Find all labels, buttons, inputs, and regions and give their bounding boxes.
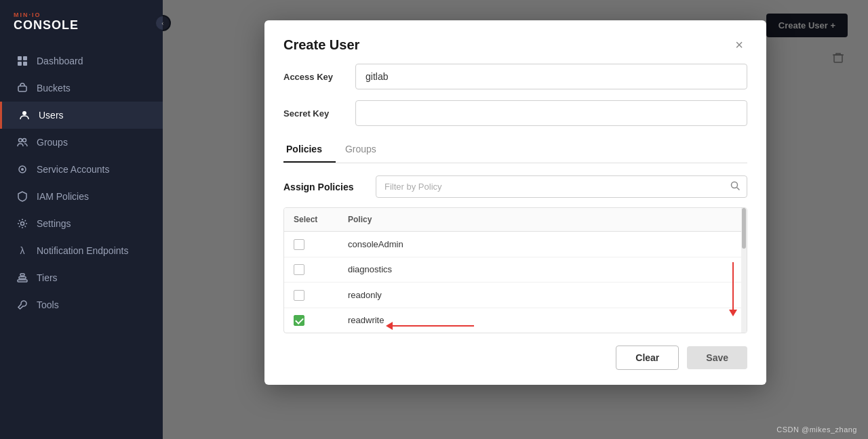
sidebar-item-label: Tools — [37, 299, 59, 310]
tab-groups[interactable]: Groups — [342, 137, 390, 163]
svg-rect-0 — [18, 56, 22, 60]
main-content-area: Options Create User + Create User × Acce… — [163, 0, 868, 439]
sidebar-item-label: Service Accounts — [37, 164, 109, 175]
assign-policies-label: Assign Policies — [283, 182, 365, 192]
sidebar-item-label: IAM Policies — [37, 191, 89, 202]
svg-rect-2 — [18, 62, 22, 66]
access-key-row: Access Key — [283, 64, 747, 89]
tab-policies[interactable]: Policies — [283, 137, 336, 163]
policy-checkbox[interactable] — [294, 290, 304, 301]
policy-scroll-area[interactable]: Select Policy consoleAdmin — [284, 208, 747, 333]
policy-name: readonly — [338, 283, 747, 308]
svg-point-7 — [23, 138, 26, 142]
sidebar-item-label: Groups — [37, 137, 68, 148]
svg-point-15 — [732, 182, 738, 188]
svg-point-6 — [19, 138, 22, 142]
filter-policy-input[interactable] — [376, 175, 747, 198]
sidebar-item-tiers[interactable]: Tiers — [0, 264, 163, 291]
settings-icon — [16, 217, 28, 230]
secret-key-row: Secret Key — [283, 100, 747, 126]
modal-close-button[interactable]: × — [731, 37, 747, 53]
assign-policies-row: Assign Policies — [283, 175, 747, 198]
svg-rect-1 — [23, 56, 27, 60]
sidebar-item-settings[interactable]: Settings — [0, 210, 163, 237]
secret-key-input[interactable] — [355, 100, 747, 126]
sidebar-item-users[interactable]: Users — [0, 102, 163, 129]
access-key-label: Access Key — [283, 72, 344, 82]
modal-overlay: Create User × Access Key Secret Key Poli… — [163, 0, 868, 439]
nav-items: Dashboard Buckets Users Groups Service A… — [0, 42, 163, 324]
modal-tabs: Policies Groups — [283, 137, 747, 163]
policy-checkbox[interactable] — [294, 264, 304, 275]
sidebar-item-dashboard[interactable]: Dashboard — [0, 47, 163, 75]
scrollbar-track — [741, 208, 747, 333]
create-user-modal: Create User × Access Key Secret Key Poli… — [264, 20, 766, 385]
policy-checkbox[interactable] — [294, 239, 304, 250]
secret-key-label: Secret Key — [283, 108, 344, 119]
clear-button[interactable]: Clear — [616, 346, 679, 370]
policy-table: Select Policy consoleAdmin — [284, 208, 747, 333]
buckets-icon — [16, 82, 28, 94]
access-key-input[interactable] — [355, 64, 747, 89]
policy-name: diagnostics — [338, 257, 747, 283]
logo-console: CONSOLE — [14, 19, 79, 33]
table-row[interactable]: readonly — [284, 283, 747, 308]
policy-name: consoleAdmin — [338, 232, 747, 257]
svg-rect-11 — [18, 280, 27, 282]
service-accounts-icon — [16, 163, 28, 175]
dashboard-icon — [16, 55, 28, 67]
table-row[interactable]: readwrite — [284, 308, 747, 333]
sidebar-item-label: Dashboard — [37, 56, 83, 66]
notification-icon: λ — [16, 245, 28, 257]
policy-table-body: consoleAdmin diagnostics readonly readwr… — [284, 232, 747, 333]
sidebar-logo: MIN·IO CONSOLE — [0, 0, 163, 42]
sidebar-item-groups[interactable]: Groups — [0, 129, 163, 156]
col-policy: Policy — [338, 208, 747, 232]
logo-text: MIN·IO CONSOLE — [14, 12, 79, 33]
sidebar-item-service-accounts[interactable]: Service Accounts — [0, 156, 163, 183]
modal-footer: Clear Save — [264, 333, 766, 385]
modal-title: Create User — [283, 37, 359, 53]
filter-input-wrap — [376, 175, 747, 198]
svg-point-10 — [21, 222, 24, 225]
svg-rect-13 — [20, 274, 24, 276]
policy-table-header: Select Policy — [284, 208, 747, 232]
table-row[interactable]: consoleAdmin — [284, 232, 747, 257]
svg-rect-12 — [19, 276, 26, 278]
sidebar: MIN·IO CONSOLE ‹ Dashboard Buckets Users — [0, 0, 163, 439]
sidebar-item-label: Buckets — [37, 83, 71, 93]
svg-rect-4 — [18, 86, 26, 91]
svg-point-5 — [22, 111, 26, 115]
groups-icon — [16, 136, 28, 148]
svg-rect-3 — [23, 62, 27, 66]
tiers-icon — [16, 272, 28, 284]
users-icon — [18, 109, 31, 121]
scrollbar-thumb — [742, 208, 746, 249]
policy-table-wrap: Select Policy consoleAdmin — [283, 207, 747, 333]
modal-body: Access Key Secret Key Policies Groups As… — [264, 64, 766, 333]
sidebar-item-label: Settings — [37, 218, 71, 229]
svg-point-9 — [21, 168, 24, 171]
watermark: CSDN @mikes_zhang — [776, 425, 857, 434]
sidebar-item-label: Users — [39, 110, 64, 121]
sidebar-item-label: Tiers — [37, 272, 58, 283]
modal-header: Create User × — [264, 20, 766, 64]
policy-name: readwrite — [338, 308, 747, 333]
iam-icon — [16, 190, 28, 203]
save-button[interactable]: Save — [687, 346, 747, 369]
sidebar-item-tools[interactable]: Tools — [0, 291, 163, 318]
sidebar-item-buckets[interactable]: Buckets — [0, 75, 163, 102]
policy-checkbox[interactable] — [294, 315, 304, 326]
sidebar-item-label: Notification Endpoints — [37, 245, 128, 256]
sidebar-item-notification-endpoints[interactable]: λ Notification Endpoints — [0, 237, 163, 264]
search-icon-button[interactable] — [730, 180, 741, 193]
tools-icon — [16, 299, 28, 311]
table-row[interactable]: diagnostics — [284, 257, 747, 283]
sidebar-item-iam-policies[interactable]: IAM Policies — [0, 183, 163, 210]
col-select: Select — [284, 208, 338, 232]
